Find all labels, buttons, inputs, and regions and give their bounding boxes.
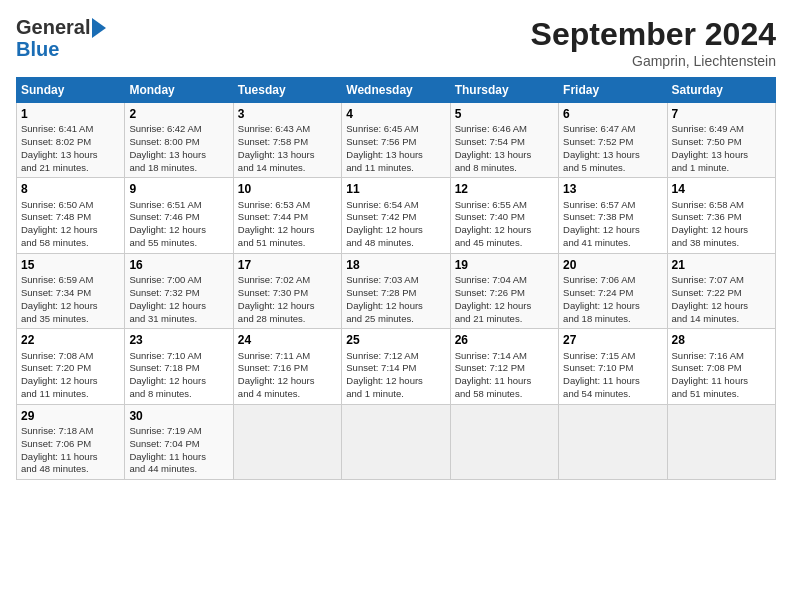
day-info-line: Sunset: 7:14 PM [346,362,445,375]
day-info-line: Daylight: 12 hours [21,375,120,388]
day-info-line: Sunset: 7:56 PM [346,136,445,149]
day-info-line: Daylight: 12 hours [21,300,120,313]
day-info-line: Daylight: 12 hours [672,300,771,313]
day-info-line: Daylight: 12 hours [21,224,120,237]
day-info-line: Sunset: 7:22 PM [672,287,771,300]
col-header-thursday: Thursday [450,78,558,103]
day-cell: 24Sunrise: 7:11 AMSunset: 7:16 PMDayligh… [233,329,341,404]
day-number: 26 [455,332,554,348]
day-info-line: Sunset: 7:12 PM [455,362,554,375]
day-info-line: Sunrise: 6:47 AM [563,123,662,136]
day-number: 23 [129,332,228,348]
day-info-line: Sunset: 7:30 PM [238,287,337,300]
day-info-line: Sunset: 7:54 PM [455,136,554,149]
day-info-line: Sunrise: 7:03 AM [346,274,445,287]
day-number: 21 [672,257,771,273]
day-number: 27 [563,332,662,348]
day-cell: 10Sunrise: 6:53 AMSunset: 7:44 PMDayligh… [233,178,341,253]
day-info-line: Daylight: 12 hours [563,224,662,237]
day-info-line: Sunrise: 6:57 AM [563,199,662,212]
day-info-line: Daylight: 12 hours [238,375,337,388]
day-info-line: Sunset: 7:34 PM [21,287,120,300]
month-title: September 2024 [531,16,776,53]
logo: General Blue [16,16,106,60]
day-info-line: Daylight: 11 hours [129,451,228,464]
day-cell [667,404,775,479]
header: General Blue September 2024 Gamprin, Lie… [16,16,776,69]
day-number: 13 [563,181,662,197]
day-info-line: Sunset: 7:18 PM [129,362,228,375]
day-info-line: Sunrise: 6:45 AM [346,123,445,136]
day-info-line: Daylight: 13 hours [455,149,554,162]
day-cell: 28Sunrise: 7:16 AMSunset: 7:08 PMDayligh… [667,329,775,404]
day-info-line: Sunrise: 6:59 AM [21,274,120,287]
day-info-line: and 55 minutes. [129,237,228,250]
day-info-line: Daylight: 12 hours [129,300,228,313]
day-cell: 25Sunrise: 7:12 AMSunset: 7:14 PMDayligh… [342,329,450,404]
day-number: 30 [129,408,228,424]
day-info-line: and 48 minutes. [346,237,445,250]
day-info-line: Daylight: 11 hours [672,375,771,388]
day-info-line: Sunset: 7:46 PM [129,211,228,224]
day-cell: 20Sunrise: 7:06 AMSunset: 7:24 PMDayligh… [559,253,667,328]
day-number: 6 [563,106,662,122]
day-info-line: Sunrise: 6:51 AM [129,199,228,212]
day-info-line: Sunset: 7:52 PM [563,136,662,149]
day-info-line: Sunset: 7:10 PM [563,362,662,375]
col-header-tuesday: Tuesday [233,78,341,103]
day-cell: 17Sunrise: 7:02 AMSunset: 7:30 PMDayligh… [233,253,341,328]
day-number: 11 [346,181,445,197]
col-header-saturday: Saturday [667,78,775,103]
week-row-5: 29Sunrise: 7:18 AMSunset: 7:06 PMDayligh… [17,404,776,479]
day-number: 15 [21,257,120,273]
day-info-line: Daylight: 13 hours [238,149,337,162]
col-header-wednesday: Wednesday [342,78,450,103]
day-number: 4 [346,106,445,122]
day-info-line: Sunrise: 6:58 AM [672,199,771,212]
day-info-line: Sunrise: 6:54 AM [346,199,445,212]
day-cell: 11Sunrise: 6:54 AMSunset: 7:42 PMDayligh… [342,178,450,253]
day-info-line: Sunrise: 6:43 AM [238,123,337,136]
day-info-line: and 54 minutes. [563,388,662,401]
day-cell [342,404,450,479]
day-info-line: and 18 minutes. [563,313,662,326]
day-info-line: Sunrise: 7:10 AM [129,350,228,363]
week-row-4: 22Sunrise: 7:08 AMSunset: 7:20 PMDayligh… [17,329,776,404]
day-cell: 16Sunrise: 7:00 AMSunset: 7:32 PMDayligh… [125,253,233,328]
day-cell: 1Sunrise: 6:41 AMSunset: 8:02 PMDaylight… [17,103,125,178]
day-info-line: and 1 minute. [346,388,445,401]
day-cell: 8Sunrise: 6:50 AMSunset: 7:48 PMDaylight… [17,178,125,253]
day-info-line: Sunrise: 7:08 AM [21,350,120,363]
day-number: 3 [238,106,337,122]
day-cell: 15Sunrise: 6:59 AMSunset: 7:34 PMDayligh… [17,253,125,328]
col-header-friday: Friday [559,78,667,103]
day-info-line: Sunrise: 6:53 AM [238,199,337,212]
logo-text-block: General Blue [16,16,106,60]
day-info-line: Sunset: 8:00 PM [129,136,228,149]
day-info-line: and 58 minutes. [455,388,554,401]
day-cell: 27Sunrise: 7:15 AMSunset: 7:10 PMDayligh… [559,329,667,404]
day-number: 18 [346,257,445,273]
day-info-line: Sunset: 7:04 PM [129,438,228,451]
day-number: 24 [238,332,337,348]
day-info-line: Sunrise: 7:19 AM [129,425,228,438]
day-info-line: Daylight: 11 hours [455,375,554,388]
day-info-line: Sunset: 7:32 PM [129,287,228,300]
day-number: 5 [455,106,554,122]
day-cell: 30Sunrise: 7:19 AMSunset: 7:04 PMDayligh… [125,404,233,479]
day-info-line: Sunset: 7:42 PM [346,211,445,224]
day-info-line: Daylight: 12 hours [455,224,554,237]
day-cell [450,404,558,479]
day-cell: 12Sunrise: 6:55 AMSunset: 7:40 PMDayligh… [450,178,558,253]
day-cell: 23Sunrise: 7:10 AMSunset: 7:18 PMDayligh… [125,329,233,404]
day-number: 17 [238,257,337,273]
page-container: General Blue September 2024 Gamprin, Lie… [0,0,792,488]
day-info-line: Daylight: 13 hours [129,149,228,162]
logo-arrow-icon [92,18,106,38]
day-cell: 19Sunrise: 7:04 AMSunset: 7:26 PMDayligh… [450,253,558,328]
day-info-line: Sunrise: 6:46 AM [455,123,554,136]
day-number: 25 [346,332,445,348]
day-info-line: and 21 minutes. [455,313,554,326]
day-info-line: Sunrise: 6:55 AM [455,199,554,212]
day-info-line: and 28 minutes. [238,313,337,326]
